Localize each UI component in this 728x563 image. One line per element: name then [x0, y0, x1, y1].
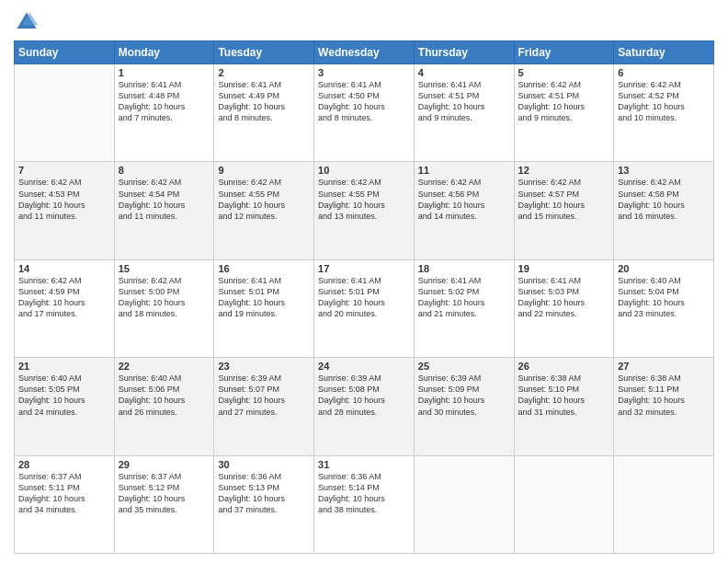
day-number: 19 — [518, 263, 610, 274]
day-info: Sunrise: 6:41 AM Sunset: 4:49 PM Dayligh… — [218, 79, 310, 124]
day-info: Sunrise: 6:42 AM Sunset: 4:56 PM Dayligh… — [418, 177, 510, 222]
day-info: Sunrise: 6:40 AM Sunset: 5:06 PM Dayligh… — [119, 373, 210, 418]
calendar-week-row: 21Sunrise: 6:40 AM Sunset: 5:05 PM Dayli… — [15, 358, 714, 455]
logo — [14, 9, 41, 35]
day-info: Sunrise: 6:41 AM Sunset: 5:03 PM Dayligh… — [518, 275, 610, 320]
calendar-day-cell: 31Sunrise: 6:36 AM Sunset: 5:14 PM Dayli… — [314, 455, 415, 553]
day-info: Sunrise: 6:38 AM Sunset: 5:11 PM Dayligh… — [618, 373, 710, 418]
calendar-table: SundayMondayTuesdayWednesdayThursdayFrid… — [14, 40, 714, 554]
calendar-day-cell: 26Sunrise: 6:38 AM Sunset: 5:10 PM Dayli… — [514, 358, 614, 455]
logo-icon — [14, 9, 40, 35]
day-number: 10 — [318, 165, 410, 176]
calendar-day-cell: 17Sunrise: 6:41 AM Sunset: 5:01 PM Dayli… — [314, 259, 415, 357]
day-info: Sunrise: 6:41 AM Sunset: 4:51 PM Dayligh… — [418, 79, 510, 124]
calendar-header-monday: Monday — [114, 41, 214, 64]
calendar-day-cell: 23Sunrise: 6:39 AM Sunset: 5:07 PM Dayli… — [214, 358, 314, 455]
calendar-day-cell — [514, 455, 614, 553]
calendar-day-cell — [414, 455, 514, 553]
calendar-day-cell: 12Sunrise: 6:42 AM Sunset: 4:57 PM Dayli… — [514, 162, 614, 259]
calendar-day-cell: 4Sunrise: 6:41 AM Sunset: 4:51 PM Daylig… — [414, 64, 514, 162]
day-info: Sunrise: 6:42 AM Sunset: 4:51 PM Dayligh… — [518, 79, 610, 124]
calendar-week-row: 28Sunrise: 6:37 AM Sunset: 5:11 PM Dayli… — [15, 455, 714, 553]
day-info: Sunrise: 6:41 AM Sunset: 4:50 PM Dayligh… — [318, 79, 410, 124]
calendar-day-cell: 16Sunrise: 6:41 AM Sunset: 5:01 PM Dayli… — [214, 259, 314, 357]
day-info: Sunrise: 6:42 AM Sunset: 4:59 PM Dayligh… — [18, 275, 110, 320]
day-info: Sunrise: 6:41 AM Sunset: 4:48 PM Dayligh… — [119, 79, 210, 124]
calendar-header-friday: Friday — [514, 41, 614, 64]
calendar-header-sunday: Sunday — [15, 41, 115, 64]
day-info: Sunrise: 6:42 AM Sunset: 4:52 PM Dayligh… — [618, 79, 710, 124]
calendar-day-cell: 24Sunrise: 6:39 AM Sunset: 5:08 PM Dayli… — [314, 358, 415, 455]
calendar-header-wednesday: Wednesday — [314, 41, 415, 64]
calendar-day-cell: 25Sunrise: 6:39 AM Sunset: 5:09 PM Dayli… — [414, 358, 514, 455]
day-number: 20 — [618, 263, 710, 274]
day-number: 14 — [18, 263, 110, 274]
day-info: Sunrise: 6:41 AM Sunset: 5:01 PM Dayligh… — [218, 275, 310, 320]
day-info: Sunrise: 6:36 AM Sunset: 5:14 PM Dayligh… — [318, 471, 410, 516]
calendar-header-tuesday: Tuesday — [214, 41, 314, 64]
day-info: Sunrise: 6:40 AM Sunset: 5:05 PM Dayligh… — [18, 373, 110, 418]
day-number: 27 — [618, 361, 710, 372]
calendar-header-row: SundayMondayTuesdayWednesdayThursdayFrid… — [15, 41, 714, 64]
day-number: 29 — [119, 459, 210, 470]
day-info: Sunrise: 6:41 AM Sunset: 5:01 PM Dayligh… — [318, 275, 410, 320]
day-number: 31 — [318, 459, 410, 470]
calendar-day-cell: 30Sunrise: 6:36 AM Sunset: 5:13 PM Dayli… — [214, 455, 314, 553]
calendar-header-thursday: Thursday — [414, 41, 514, 64]
day-info: Sunrise: 6:39 AM Sunset: 5:09 PM Dayligh… — [418, 373, 510, 418]
calendar-day-cell: 3Sunrise: 6:41 AM Sunset: 4:50 PM Daylig… — [314, 64, 415, 162]
day-info: Sunrise: 6:42 AM Sunset: 5:00 PM Dayligh… — [119, 275, 210, 320]
day-info: Sunrise: 6:42 AM Sunset: 4:55 PM Dayligh… — [218, 177, 310, 222]
day-number: 9 — [218, 165, 310, 176]
day-number: 24 — [318, 361, 410, 372]
day-info: Sunrise: 6:39 AM Sunset: 5:08 PM Dayligh… — [318, 373, 410, 418]
day-number: 28 — [18, 459, 110, 470]
day-info: Sunrise: 6:42 AM Sunset: 4:58 PM Dayligh… — [618, 177, 710, 222]
calendar-day-cell: 19Sunrise: 6:41 AM Sunset: 5:03 PM Dayli… — [514, 259, 614, 357]
header — [14, 9, 714, 35]
day-info: Sunrise: 6:37 AM Sunset: 5:11 PM Dayligh… — [18, 471, 110, 516]
calendar-header-saturday: Saturday — [614, 41, 714, 64]
calendar-day-cell: 14Sunrise: 6:42 AM Sunset: 4:59 PM Dayli… — [15, 259, 115, 357]
day-info: Sunrise: 6:37 AM Sunset: 5:12 PM Dayligh… — [119, 471, 210, 516]
day-number: 2 — [218, 67, 310, 78]
day-number: 11 — [418, 165, 510, 176]
calendar-day-cell: 1Sunrise: 6:41 AM Sunset: 4:48 PM Daylig… — [114, 64, 214, 162]
day-number: 4 — [418, 67, 510, 78]
day-info: Sunrise: 6:38 AM Sunset: 5:10 PM Dayligh… — [518, 373, 610, 418]
calendar-day-cell — [614, 455, 714, 553]
day-number: 17 — [318, 263, 410, 274]
day-number: 6 — [618, 67, 710, 78]
day-number: 21 — [18, 361, 110, 372]
calendar-day-cell: 5Sunrise: 6:42 AM Sunset: 4:51 PM Daylig… — [514, 64, 614, 162]
calendar-day-cell: 11Sunrise: 6:42 AM Sunset: 4:56 PM Dayli… — [414, 162, 514, 259]
day-number: 15 — [119, 263, 210, 274]
calendar-day-cell: 9Sunrise: 6:42 AM Sunset: 4:55 PM Daylig… — [214, 162, 314, 259]
calendar-day-cell: 20Sunrise: 6:40 AM Sunset: 5:04 PM Dayli… — [614, 259, 714, 357]
day-number: 1 — [119, 67, 210, 78]
calendar-day-cell — [15, 64, 115, 162]
day-number: 8 — [119, 165, 210, 176]
day-number: 30 — [218, 459, 310, 470]
calendar-day-cell: 21Sunrise: 6:40 AM Sunset: 5:05 PM Dayli… — [15, 358, 115, 455]
day-number: 3 — [318, 67, 410, 78]
calendar-day-cell: 13Sunrise: 6:42 AM Sunset: 4:58 PM Dayli… — [614, 162, 714, 259]
day-number: 26 — [518, 361, 610, 372]
calendar-day-cell: 27Sunrise: 6:38 AM Sunset: 5:11 PM Dayli… — [614, 358, 714, 455]
page: SundayMondayTuesdayWednesdayThursdayFrid… — [0, 0, 728, 563]
calendar-week-row: 14Sunrise: 6:42 AM Sunset: 4:59 PM Dayli… — [15, 259, 714, 357]
calendar-day-cell: 2Sunrise: 6:41 AM Sunset: 4:49 PM Daylig… — [214, 64, 314, 162]
day-number: 7 — [18, 165, 110, 176]
calendar-day-cell: 7Sunrise: 6:42 AM Sunset: 4:53 PM Daylig… — [15, 162, 115, 259]
day-number: 22 — [119, 361, 210, 372]
calendar-day-cell: 28Sunrise: 6:37 AM Sunset: 5:11 PM Dayli… — [15, 455, 115, 553]
calendar-day-cell: 8Sunrise: 6:42 AM Sunset: 4:54 PM Daylig… — [114, 162, 214, 259]
day-number: 5 — [518, 67, 610, 78]
day-info: Sunrise: 6:41 AM Sunset: 5:02 PM Dayligh… — [418, 275, 510, 320]
calendar-day-cell: 6Sunrise: 6:42 AM Sunset: 4:52 PM Daylig… — [614, 64, 714, 162]
day-number: 18 — [418, 263, 510, 274]
day-number: 16 — [218, 263, 310, 274]
day-info: Sunrise: 6:36 AM Sunset: 5:13 PM Dayligh… — [218, 471, 310, 516]
calendar-week-row: 1Sunrise: 6:41 AM Sunset: 4:48 PM Daylig… — [15, 64, 714, 162]
calendar-day-cell: 10Sunrise: 6:42 AM Sunset: 4:55 PM Dayli… — [314, 162, 415, 259]
